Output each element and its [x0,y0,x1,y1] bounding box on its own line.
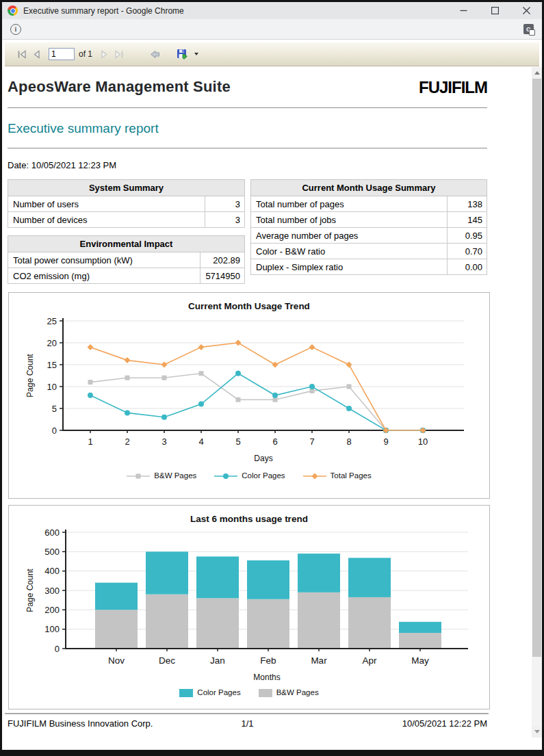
usage-summary-table: Current Month Usage Summary Total number… [250,179,487,275]
svg-text:100: 100 [44,624,60,634]
svg-text:5: 5 [52,404,57,414]
maximize-button[interactable] [479,2,510,19]
window-controls [448,2,542,19]
footer-divider [5,713,489,714]
close-button[interactable] [510,2,542,19]
divider [8,148,487,148]
window-titlebar[interactable]: Executive summary report - Google Chrome [2,2,542,19]
legend-swatch-icon [303,473,326,480]
first-page-button[interactable] [14,49,29,60]
svg-text:600: 600 [44,527,60,538]
scrollbar-down-button[interactable] [532,726,542,738]
legend-label: Color Pages [197,688,240,696]
row-label: Total number of jobs [251,212,448,228]
next-page-button[interactable] [98,49,112,60]
row-label: Duplex - Simplex ratio [251,259,448,275]
legend-label: B&W Pages [276,688,319,696]
back-to-parent-button[interactable] [147,49,163,60]
last-page-button[interactable] [112,49,127,60]
line-chart-legend: B&W PagesColor PagesTotal Pages [9,471,489,480]
legend-swatch-icon [127,473,150,480]
report-date: Date: 10/05/2021 12:23 PM [8,160,487,170]
svg-text:Feb: Feb [260,655,276,666]
page-count-label: of 1 [79,49,92,59]
minimize-button[interactable] [448,2,479,19]
svg-text:15: 15 [47,360,57,370]
svg-text:5: 5 [235,436,240,447]
arrow-up-icon [534,71,540,75]
svg-text:Mar: Mar [311,655,327,666]
translate-icon[interactable]: G [523,24,534,34]
chart-title: Current Month Usage Trend [9,301,489,311]
row-label: Number of devices [8,212,205,228]
line-chart-panel: Current Month Usage Trend 05101520251234… [8,292,490,499]
legend-item: Total Pages [303,471,372,480]
table-row: Duplex - Simplex ratio 0.00 [251,259,487,275]
svg-text:8: 8 [346,436,351,447]
svg-text:10: 10 [418,436,428,447]
svg-text:Nov: Nov [108,655,125,666]
row-value: 3 [205,196,245,212]
window-title: Executive summary report - Google Chrome [23,6,184,16]
bar-chart-panel: Last 6 months usage trend 01002003004005… [8,505,490,709]
svg-text:7: 7 [309,436,314,447]
legend-item: B&W Pages [259,688,319,697]
divider [8,107,487,108]
environmental-impact-table: Environmental Impact Total power consump… [8,235,245,284]
summary-tables: System Summary Number of users 3 Number … [8,179,487,284]
export-dropdown-caret[interactable] [192,51,201,57]
table-row: Number of devices 3 [8,212,245,228]
svg-text:May: May [411,655,429,666]
scrollbar-thumb[interactable] [532,79,541,657]
svg-text:0: 0 [52,426,57,436]
svg-text:Months: Months [253,673,280,682]
scrollbar-up-button[interactable] [532,67,542,79]
report-viewport: ApeosWare Management Suite FUJIFILM Exec… [2,67,542,750]
page-number-input[interactable] [49,48,75,60]
row-value: 145 [448,212,487,228]
svg-text:9: 9 [383,436,388,447]
legend-label: Color Pages [242,471,285,480]
arrow-down-icon [534,730,540,733]
legend-swatch-icon [214,473,237,480]
report-title: Executive summary report [8,121,487,136]
svg-text:400: 400 [44,566,60,576]
svg-text:6: 6 [272,436,277,447]
footer-page-number: 1/1 [168,718,328,729]
legend-swatch-icon [179,689,193,697]
row-value: 0.95 [448,228,487,244]
legend-swatch-icon [259,689,272,697]
info-icon[interactable]: i [10,24,21,35]
chart-title: Last 6 months usage trend [9,514,489,524]
svg-text:2: 2 [125,436,129,447]
system-summary-table: System Summary Number of users 3 Number … [8,179,245,228]
vertical-scrollbar[interactable] [532,67,542,738]
row-value: 202.89 [200,252,245,268]
table-row: Color - B&W ratio 0.70 [251,244,487,259]
fujifilm-logo: FUJIFILM [419,78,487,97]
row-label: Total number of pages [251,196,448,212]
footer-company: FUJIFILM Business Innovation Corp. [8,718,168,729]
browser-window: Executive summary report - Google Chrome… [0,0,544,756]
row-label: Number of users [8,196,205,212]
table-title: System Summary [8,180,245,196]
svg-text:Page Count: Page Count [25,569,35,612]
table-title: Environmental Impact [8,236,245,252]
chrome-icon [8,5,18,16]
export-save-button[interactable] [174,47,192,61]
table-row: Average number of pages 0.95 [251,228,487,244]
svg-text:Apr: Apr [362,655,377,666]
report-footer: FUJIFILM Business Innovation Corp. 1/1 1… [8,718,487,729]
table-title: Current Month Usage Summary [251,180,487,196]
report-toolbar: of 1 [2,40,542,67]
row-label: CO2 emission (mg) [8,268,200,284]
svg-text:500: 500 [44,547,60,557]
svg-text:4: 4 [198,436,203,447]
row-label: Total power consumption (kW) [8,252,200,268]
row-value: 138 [448,196,487,212]
bar-chart: 0100200300400500600NovDecJanFebMarAprMay… [11,525,487,686]
row-value: 0.00 [448,259,487,275]
previous-page-button[interactable] [29,49,43,60]
svg-text:3: 3 [161,436,166,447]
svg-text:Days: Days [254,454,272,463]
